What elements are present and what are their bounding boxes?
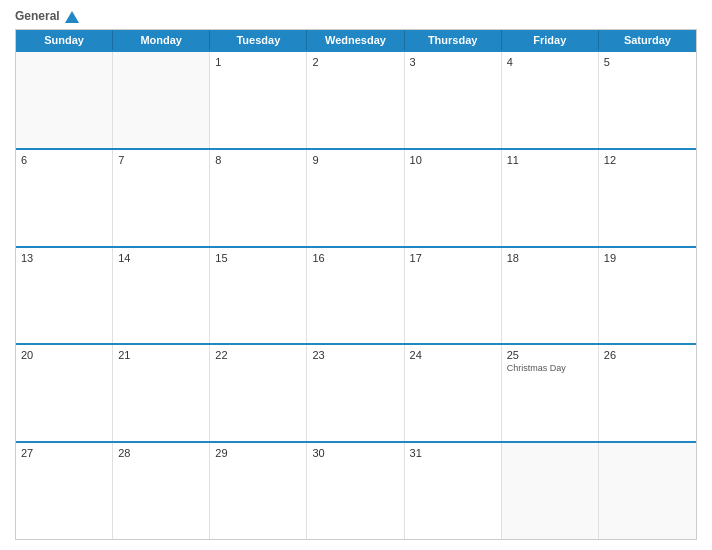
day-cell: 26: [599, 345, 696, 441]
logo: General: [15, 10, 79, 23]
day-number: 7: [118, 154, 204, 166]
day-cell: 5: [599, 52, 696, 148]
day-cell: 21: [113, 345, 210, 441]
day-number: 30: [312, 447, 398, 459]
day-cell: [502, 443, 599, 539]
day-cell: 16: [307, 248, 404, 344]
day-cell: 11: [502, 150, 599, 246]
day-cell: 17: [405, 248, 502, 344]
day-cell: [16, 52, 113, 148]
day-number: 14: [118, 252, 204, 264]
weeks-container: 1234567891011121314151617181920212223242…: [16, 50, 696, 539]
day-cell: 15: [210, 248, 307, 344]
day-number: 15: [215, 252, 301, 264]
day-header-thursday: Thursday: [405, 30, 502, 50]
day-number: 12: [604, 154, 691, 166]
day-cell: 22: [210, 345, 307, 441]
day-cell: 29: [210, 443, 307, 539]
week-row-5: 2728293031: [16, 441, 696, 539]
day-number: 10: [410, 154, 496, 166]
day-cell: 3: [405, 52, 502, 148]
calendar-grid: SundayMondayTuesdayWednesdayThursdayFrid…: [15, 29, 697, 540]
day-number: 20: [21, 349, 107, 361]
day-cell: 25Christmas Day: [502, 345, 599, 441]
day-number: 18: [507, 252, 593, 264]
day-cell: 30: [307, 443, 404, 539]
day-number: 4: [507, 56, 593, 68]
day-cell: 9: [307, 150, 404, 246]
day-cell: 23: [307, 345, 404, 441]
day-cell: 20: [16, 345, 113, 441]
day-header-monday: Monday: [113, 30, 210, 50]
day-number: 16: [312, 252, 398, 264]
day-cell: 2: [307, 52, 404, 148]
day-number: 8: [215, 154, 301, 166]
day-number: 23: [312, 349, 398, 361]
day-event: Christmas Day: [507, 363, 593, 374]
day-number: 25: [507, 349, 593, 361]
week-row-3: 13141516171819: [16, 246, 696, 344]
calendar-header: General: [15, 10, 697, 23]
day-number: 1: [215, 56, 301, 68]
week-row-4: 202122232425Christmas Day26: [16, 343, 696, 441]
day-number: 3: [410, 56, 496, 68]
day-number: 21: [118, 349, 204, 361]
day-cell: 18: [502, 248, 599, 344]
day-cell: 19: [599, 248, 696, 344]
day-header-friday: Friday: [502, 30, 599, 50]
day-header-wednesday: Wednesday: [307, 30, 404, 50]
day-number: 26: [604, 349, 691, 361]
day-headers-row: SundayMondayTuesdayWednesdayThursdayFrid…: [16, 30, 696, 50]
day-number: 31: [410, 447, 496, 459]
day-cell: 13: [16, 248, 113, 344]
logo-triangle-icon: [65, 11, 79, 23]
day-header-sunday: Sunday: [16, 30, 113, 50]
day-cell: 27: [16, 443, 113, 539]
day-number: 13: [21, 252, 107, 264]
day-number: 29: [215, 447, 301, 459]
day-number: 22: [215, 349, 301, 361]
day-cell: 10: [405, 150, 502, 246]
week-row-1: 12345: [16, 50, 696, 148]
day-number: 9: [312, 154, 398, 166]
calendar-page: General SundayMondayTuesdayWednesdayThur…: [0, 0, 712, 550]
day-number: 17: [410, 252, 496, 264]
day-cell: 14: [113, 248, 210, 344]
day-number: 28: [118, 447, 204, 459]
day-cell: 4: [502, 52, 599, 148]
day-number: 5: [604, 56, 691, 68]
day-number: 27: [21, 447, 107, 459]
day-cell: 8: [210, 150, 307, 246]
day-cell: 28: [113, 443, 210, 539]
day-cell: 1: [210, 52, 307, 148]
day-cell: 24: [405, 345, 502, 441]
day-number: 19: [604, 252, 691, 264]
day-number: 11: [507, 154, 593, 166]
day-number: 24: [410, 349, 496, 361]
logo-general-text: General: [15, 10, 79, 23]
day-header-saturday: Saturday: [599, 30, 696, 50]
day-cell: 6: [16, 150, 113, 246]
day-cell: 7: [113, 150, 210, 246]
day-cell: 12: [599, 150, 696, 246]
day-header-tuesday: Tuesday: [210, 30, 307, 50]
week-row-2: 6789101112: [16, 148, 696, 246]
day-cell: [113, 52, 210, 148]
day-number: 2: [312, 56, 398, 68]
day-number: 6: [21, 154, 107, 166]
day-cell: [599, 443, 696, 539]
day-cell: 31: [405, 443, 502, 539]
